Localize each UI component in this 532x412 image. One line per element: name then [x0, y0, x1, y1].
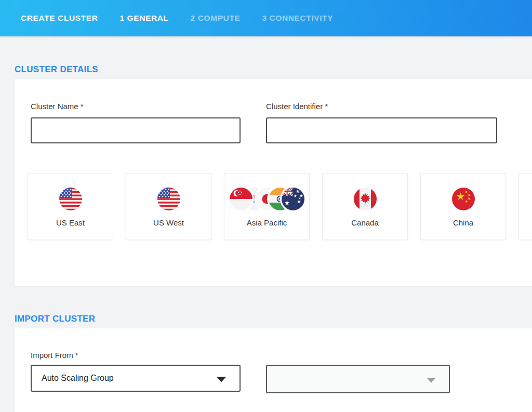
cluster-details-heading: CLUSTER DETAILS	[15, 64, 98, 75]
tab-compute[interactable]: 2 COMPUTE	[191, 14, 241, 23]
china-flag-icon	[452, 188, 475, 210]
australia-flag-icon	[282, 188, 304, 210]
region-selector: US East	[28, 173, 532, 240]
region-label: Canada	[323, 218, 407, 227]
cluster-name-input[interactable]	[31, 117, 241, 143]
import-from-dropdown[interactable]: Auto Scaling Group	[31, 365, 241, 392]
region-card-us-east[interactable]: US East	[28, 173, 113, 240]
region-label: US West	[126, 218, 211, 227]
chevron-down-icon	[217, 377, 226, 382]
us-flag-icon	[157, 188, 180, 210]
region-card-us-west[interactable]: US West	[126, 173, 211, 240]
canada-flag-icon	[354, 188, 377, 210]
cluster-details-panel: Cluster Name * Cluster Identifier *	[15, 79, 532, 286]
us-flag-icon	[59, 188, 82, 210]
region-label: Asia Pacific	[224, 218, 309, 227]
chevron-down-icon	[427, 378, 435, 382]
cluster-identifier-input[interactable]	[266, 117, 497, 143]
region-card-asia-pacific[interactable]: Asia Pacific	[224, 173, 310, 240]
tab-general[interactable]: 1 GENERAL	[119, 14, 168, 23]
import-from-value: Auto Scaling Group	[32, 374, 114, 383]
cluster-name-label: Cluster Name *	[31, 102, 84, 111]
region-card-china[interactable]: China	[420, 173, 506, 240]
asia-pacific-flags-icon	[230, 188, 304, 210]
import-from-label: Import From *	[31, 351, 78, 360]
cluster-identifier-label: Cluster Identifier *	[266, 102, 328, 111]
tab-connectivity[interactable]: 3 CONNECTIVITY	[262, 14, 333, 23]
secondary-dropdown[interactable]	[266, 365, 450, 393]
region-label: US East	[28, 218, 113, 227]
region-card-partial[interactable]	[518, 173, 532, 240]
wizard-header: CREATE CLUSTER 1 GENERAL 2 COMPUTE 3 CON…	[0, 0, 532, 36]
import-cluster-panel: Import From * Auto Scaling Group	[15, 328, 532, 412]
import-cluster-heading: IMPORT CLUSTER	[15, 314, 95, 324]
region-label: China	[421, 218, 506, 227]
page-title: CREATE CLUSTER	[21, 14, 98, 23]
region-card-canada[interactable]: Canada	[322, 173, 408, 240]
singapore-flag-icon	[230, 188, 252, 210]
